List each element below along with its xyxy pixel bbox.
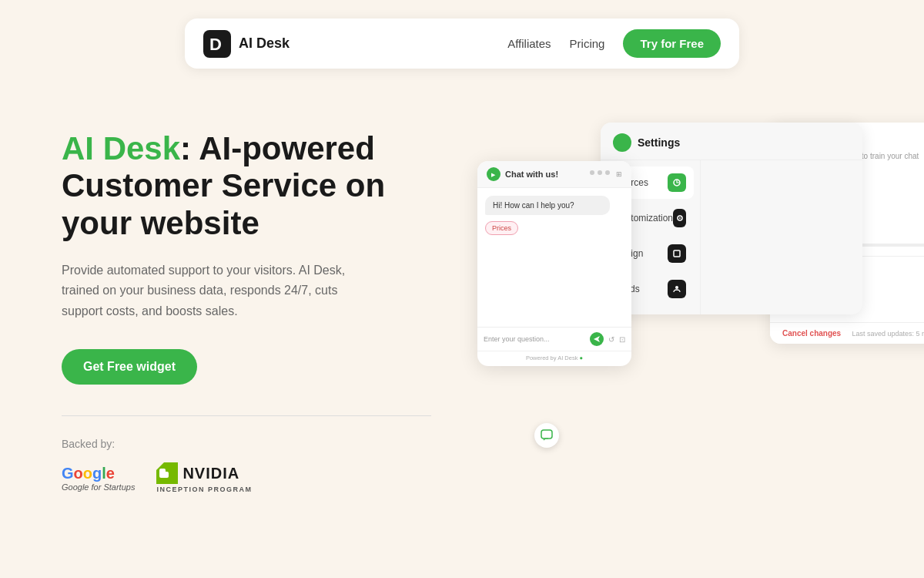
chat-footer-icon: ● <box>580 355 584 361</box>
hero-subtext: Provide automated support to your visito… <box>62 260 370 321</box>
hero-cta-button[interactable]: Get Free widget <box>62 349 197 385</box>
navbar: D AI Desk Affiliates Pricing Try for Fre… <box>185 18 739 69</box>
chat-logo-small: ▶ <box>487 167 500 181</box>
google-startup-label: Google for Startups <box>62 482 135 492</box>
nvidia-logo: NVIDIA <box>156 462 239 484</box>
customization-icon <box>675 213 685 223</box>
chat-send-button[interactable] <box>590 332 604 346</box>
main-content: AI Desk: AI-powered Customer Service on … <box>0 69 924 516</box>
backers-logos: Google Google for Startups NVIDIA INCEPT… <box>62 462 431 493</box>
nvidia-backer: NVIDIA INCEPTION PROGRAM <box>156 462 252 493</box>
divider <box>62 415 431 416</box>
nav-link-pricing[interactable]: Pricing <box>570 37 605 50</box>
chat-bubble-icon[interactable] <box>534 423 559 448</box>
hero-left: AI Desk: AI-powered Customer Service on … <box>62 115 431 493</box>
sources-icon <box>672 178 681 187</box>
chat-title-row: ▶ Chat with us! <box>487 167 558 181</box>
backed-label: Backed by: <box>62 438 431 450</box>
chat-bot-message: Hi! How can I help you? <box>485 196 610 215</box>
chat-body: Hi! How can I help you? Prices <box>477 188 631 327</box>
settings-logo <box>613 133 631 152</box>
svg-point-10 <box>679 217 681 219</box>
chat-suggestions: Prices <box>485 221 624 235</box>
send-icon <box>593 335 601 343</box>
svg-rect-7 <box>541 430 552 439</box>
g-letter-g2: g <box>92 465 102 482</box>
chat-more-icon: ⊡ <box>619 335 625 344</box>
sources-nav-icon <box>668 173 686 192</box>
chat-input-row: Enter your question... ↺ ⊡ <box>477 327 631 351</box>
settings-title: Settings <box>638 136 680 149</box>
nav-link-affiliates[interactable]: Affiliates <box>507 37 551 50</box>
chat-ctrl-icon: ⊞ <box>616 170 622 178</box>
last-saved-text: Last saved updates: 5 minu... <box>852 330 924 338</box>
hero-mockup: ▶ Chat with us! ⊞ Hi! How can I help you… <box>477 115 862 516</box>
leads-nav-icon <box>668 280 686 298</box>
chat-title-text: Chat with us! <box>505 170 558 179</box>
chat-controls: ⊞ <box>590 170 622 178</box>
svg-rect-11 <box>674 250 680 257</box>
chat-bubble-bottom <box>534 423 559 448</box>
chat-chip-prices[interactable]: Prices <box>485 221 518 235</box>
settings-topbar: Settings <box>601 123 862 160</box>
message-icon <box>541 429 553 442</box>
g-letter-o1: o <box>74 465 83 482</box>
settings-panel-mockup: Settings Sources Customization <box>601 123 862 314</box>
chat-powered-by: Powered by AI Desk <box>526 355 578 361</box>
design-nav-icon <box>668 244 686 263</box>
chat-input-placeholder[interactable]: Enter your question... <box>484 335 585 343</box>
nav-links: Affiliates Pricing Try for Free <box>507 29 721 58</box>
chat-ctrl-min <box>590 170 594 175</box>
cancel-changes-link[interactable]: Cancel changes <box>782 329 841 338</box>
chat-extra-icon: ↺ <box>608 335 614 344</box>
chat-header: ▶ Chat with us! ⊞ <box>477 161 631 188</box>
logo: D AI Desk <box>203 30 290 58</box>
customization-nav-icon <box>673 209 686 227</box>
chat-ctrl-close <box>605 170 610 175</box>
logo-text: AI Desk <box>239 35 290 52</box>
design-icon <box>672 249 681 258</box>
nav-cta-button[interactable]: Try for Free <box>623 29 721 58</box>
g-letter-g: G <box>62 465 74 482</box>
g-letter-o2: o <box>83 465 92 482</box>
headline-brand: AI Desk <box>62 130 180 166</box>
chat-ctrl-max <box>598 170 602 175</box>
nvidia-eye-icon <box>156 462 178 484</box>
svg-text:D: D <box>209 35 222 54</box>
logo-icon: D <box>203 30 231 58</box>
google-backer: Google Google for Startups <box>62 465 135 492</box>
hero-headline: AI Desk: AI-powered Customer Service on … <box>62 130 431 242</box>
g-letter-e: e <box>106 465 115 482</box>
chat-footer: Powered by AI Desk ● <box>477 351 631 366</box>
leads-icon <box>672 284 681 294</box>
nvidia-text: NVIDIA <box>182 465 239 482</box>
settings-body: Sources Customization Design <box>601 160 862 314</box>
svg-point-12 <box>675 286 678 289</box>
svg-rect-4 <box>162 472 169 478</box>
chat-widget-mockup: ▶ Chat with us! ⊞ Hi! How can I help you… <box>477 161 631 366</box>
chat-logo-icon: ▶ <box>490 170 497 178</box>
google-logo-text: Google <box>62 465 135 482</box>
sources-footer: Cancel changes Last saved updates: 5 min… <box>770 322 924 344</box>
nvidia-sub: INCEPTION PROGRAM <box>156 486 252 493</box>
